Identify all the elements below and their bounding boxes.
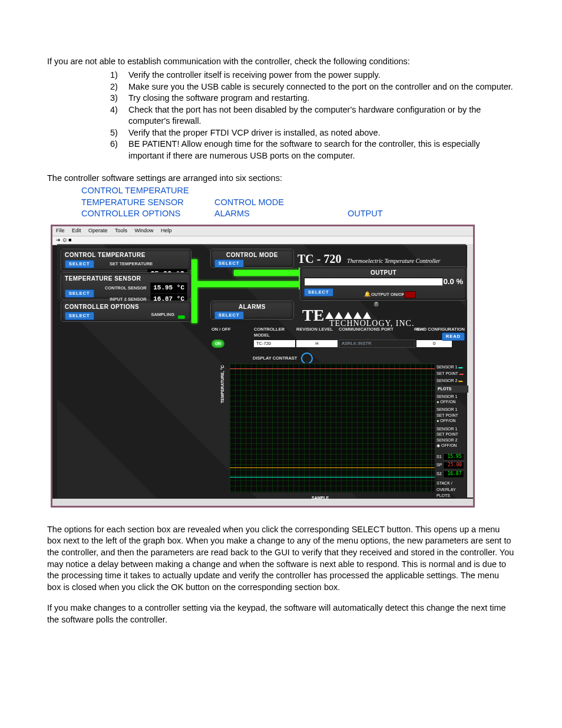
output-value: 0.0 bbox=[444, 277, 454, 286]
menu-operate[interactable]: Operate bbox=[88, 228, 108, 233]
section-link-controller-options[interactable]: CONTROLLER OPTIONS bbox=[81, 208, 211, 220]
arrow-segment bbox=[234, 270, 300, 276]
select-button[interactable]: SELECT bbox=[65, 312, 94, 320]
para-keypad-poll: If you make changes to a controller sett… bbox=[47, 602, 515, 625]
alarm-bell-icon: 🔔 bbox=[364, 291, 371, 298]
troubleshoot-item: Make sure you the USB cable is securely … bbox=[123, 81, 515, 93]
trace-sensor1 bbox=[230, 477, 435, 477]
overlay-toggle[interactable]: OVERLAY PLOTS bbox=[437, 487, 468, 498]
comms-label: COMMUNICATIONS PORT bbox=[339, 327, 415, 338]
control-mode-box: CONTROL MODE SELECT bbox=[210, 249, 294, 268]
output-title: OUTPUT bbox=[300, 267, 467, 277]
section-link-control-temperature[interactable]: CONTROL TEMPERATURE bbox=[81, 185, 211, 197]
horizontal-scrollbar[interactable] bbox=[52, 499, 473, 506]
sections-grid: CONTROL TEMPERATURE TEMPERATURE SENSOR C… bbox=[81, 185, 515, 220]
para-select-behaviour: The options for each section box are rev… bbox=[47, 524, 515, 593]
read-button[interactable]: READ bbox=[442, 332, 465, 341]
sp-value: 25.00 bbox=[443, 462, 464, 469]
select-button[interactable]: SELECT bbox=[214, 311, 244, 319]
menu-tools[interactable]: Tools bbox=[115, 228, 127, 233]
status-strip: ON / OFF CONTROLLER MODEL REVISION LEVEL… bbox=[211, 327, 465, 364]
s2-value: 16.87 bbox=[443, 470, 464, 478]
output-unit: % bbox=[456, 277, 463, 286]
controller-options-title: CONTROLLER OPTIONS bbox=[61, 301, 191, 311]
model-value: TC-720 bbox=[254, 340, 295, 347]
id-value: 0 bbox=[416, 340, 452, 347]
control-temperature-title: CONTROL TEMPERATURE bbox=[61, 249, 191, 259]
plot-toggle[interactable]: SENSOR 1SET POINTSENSOR 2◉ OFF/ON bbox=[437, 426, 468, 449]
contrast-label: DISPLAY CONTRAST bbox=[253, 355, 297, 361]
troubleshoot-item: Try closing the software program and res… bbox=[123, 93, 515, 104]
control-temperature-box: CONTROL TEMPERATURE SELECT SET TEMPERATU… bbox=[61, 249, 191, 271]
select-button[interactable]: SELECT bbox=[65, 260, 94, 268]
rev-label: REVISION LEVEL bbox=[296, 327, 338, 338]
arrow-segment bbox=[191, 259, 197, 323]
troubleshoot-item: Verify that the proper FTDI VCP driver i… bbox=[123, 127, 515, 139]
menu-file[interactable]: File bbox=[56, 228, 65, 233]
plot-toggle[interactable]: SENSOR 1● OFF/ON bbox=[437, 394, 468, 405]
sections-intro: The controller software settings are arr… bbox=[47, 173, 515, 185]
graph-xlabel: SAMPLE bbox=[312, 495, 329, 500]
output-onoff-label: OUTPUT ON/OFF bbox=[371, 292, 407, 298]
output-bar bbox=[304, 278, 443, 286]
menu-edit[interactable]: Edit bbox=[72, 228, 81, 233]
intro-text: If you are not able to establish communi… bbox=[47, 56, 515, 68]
arrow-segment bbox=[191, 281, 300, 287]
temperature-sensor-box: TEMPERATURE SENSOR SELECT CONTROL SENSOR… bbox=[61, 272, 191, 299]
s1-value: 15.95 bbox=[443, 453, 464, 461]
graph-legend: SENSOR 1 ▬ SET POINT ▬ SENSOR 2 ▬ PLOTS … bbox=[437, 364, 468, 499]
sampling-led-icon bbox=[178, 315, 185, 319]
select-button[interactable]: SELECT bbox=[65, 289, 94, 298]
section-link-alarms[interactable]: ALARMS bbox=[214, 208, 344, 220]
select-button[interactable]: SELECT bbox=[304, 288, 333, 297]
menu-window[interactable]: Window bbox=[134, 228, 153, 233]
section-link-temperature-sensor[interactable]: TEMPERATURE SENSOR bbox=[81, 197, 211, 209]
rev-value: H bbox=[296, 340, 338, 347]
alarms-box: ALARMS SELECT bbox=[210, 301, 294, 319]
product-title: TC - 720 Thermoelectric Temperature Cont… bbox=[297, 251, 440, 267]
troubleshoot-list: Verify the controller itself is receivin… bbox=[47, 70, 515, 162]
alarms-title: ALARMS bbox=[211, 301, 293, 311]
temperature-sensor-title: TEMPERATURE SENSOR bbox=[61, 273, 191, 283]
select-button[interactable]: SELECT bbox=[214, 259, 244, 268]
section-link-control-mode[interactable]: CONTROL MODE bbox=[214, 197, 344, 209]
onoff-button[interactable]: ON bbox=[211, 340, 224, 348]
temperature-graph[interactable] bbox=[229, 363, 435, 493]
sampling-label: SAMPLING bbox=[151, 312, 174, 318]
model-label: CONTROLLER MODEL bbox=[254, 327, 295, 338]
output-onoff-indicator[interactable] bbox=[404, 291, 416, 298]
onoff-label: ON / OFF bbox=[211, 327, 253, 338]
controller-options-box: CONTROLLER OPTIONS SELECT SAMPLING bbox=[61, 301, 191, 322]
menu-help[interactable]: Help bbox=[161, 228, 172, 233]
trace-sensor2 bbox=[230, 467, 435, 468]
stack-label: STACK / bbox=[437, 480, 468, 486]
trace-setpoint bbox=[230, 368, 435, 369]
output-box: OUTPUT 0.0 % SELECT OUTPUT ON/OFF 🔔 bbox=[300, 266, 467, 301]
app-screenshot: File Edit Operate Tools Window Help ➔ ⊙ … bbox=[51, 225, 475, 508]
section-link-output[interactable]: OUTPUT bbox=[348, 208, 477, 220]
troubleshoot-item: Check that the port has not been disable… bbox=[123, 104, 515, 127]
control-sensor-value: 15.95 °C bbox=[150, 282, 187, 294]
graph-ylabel: TEMPERATURE, °C bbox=[220, 365, 225, 403]
set-temp-label: SET TEMPERATURE bbox=[110, 261, 153, 266]
control-sensor-label: CONTROL SENSOR bbox=[105, 285, 147, 291]
comms-value[interactable]: ASRL4::INSTR bbox=[339, 340, 415, 348]
menubar[interactable]: File Edit Operate Tools Window Help bbox=[52, 226, 473, 236]
troubleshoot-item: BE PATIENT! Allow enough time for the so… bbox=[123, 139, 515, 162]
control-mode-title: CONTROL MODE bbox=[211, 249, 293, 259]
read-config-label: READ CONFIGURATION bbox=[414, 327, 465, 332]
troubleshoot-item: Verify the controller itself is receivin… bbox=[123, 70, 515, 81]
plot-toggle[interactable]: SENSOR 1SET POINT● OFF/ON bbox=[437, 407, 468, 423]
